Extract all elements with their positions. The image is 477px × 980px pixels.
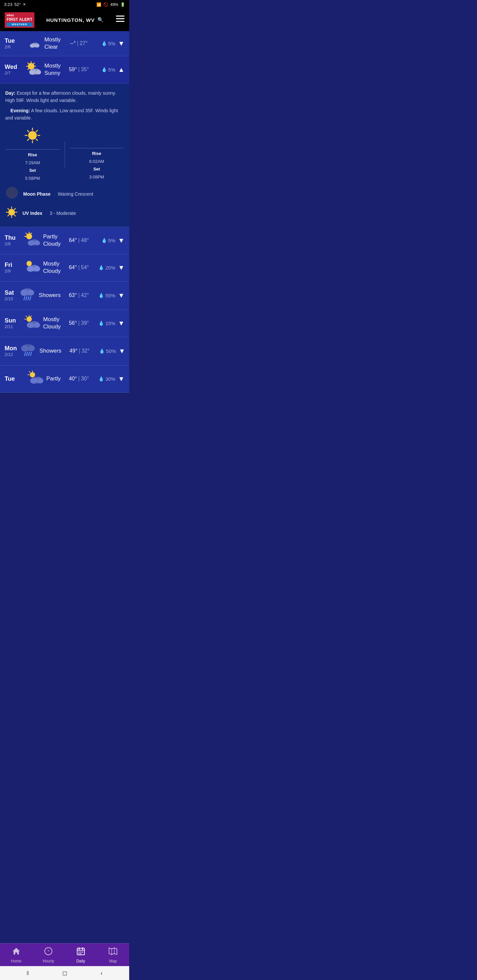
uv-icon [5, 206, 18, 221]
svg-line-59 [26, 316, 27, 317]
forecast-row-2[interactable]: Thu 2/8 PartlyCloudy 64° | 48° 💧 5% [0, 227, 129, 254]
forecast-row-1[interactable]: Wed 2/7 MostlySunny 59° [0, 56, 129, 83]
day-info-3: Fri 2/9 [5, 262, 21, 274]
precip-3: 💧 20% [97, 265, 115, 270]
temps-3: 64° | 54° [61, 264, 97, 270]
chevron-2[interactable]: ▼ [118, 237, 124, 244]
chevron-5[interactable]: ▼ [118, 320, 124, 327]
chevron-1[interactable]: ▲ [118, 66, 124, 73]
svg-rect-1 [116, 18, 124, 19]
svg-line-35 [14, 208, 16, 210]
weather-icon-2 [23, 232, 40, 249]
status-left: 3:23 52° ✕ [4, 2, 26, 7]
moon-phase-icon [5, 186, 19, 202]
svg-line-55 [30, 297, 31, 300]
block-icon: 🚫 [103, 2, 108, 7]
day-info-1: Wed 2/7 [5, 64, 22, 75]
battery-icon: 🔋 [120, 2, 125, 7]
forecast-row-7[interactable]: Tue Partly 40° | 30° 💧 30% ▼ [0, 366, 129, 393]
weather-icon-0 [26, 36, 42, 51]
sun-icon-large [24, 127, 41, 147]
svg-line-40 [26, 233, 27, 234]
svg-point-47 [27, 266, 34, 272]
weather-icon-4 [19, 286, 36, 305]
svg-line-11 [28, 63, 29, 64]
moon-phase-value: Waning Crescent [57, 191, 93, 197]
forecast-row-5[interactable]: Sun 2/11 MostlyCloudy 56° | 39° 💧 15% [0, 310, 129, 337]
search-icon[interactable]: 🔍 [97, 17, 104, 23]
svg-line-14 [28, 68, 29, 70]
precip-0: 💧 5% [97, 41, 115, 46]
uv-index-value: 3 - Moderate [50, 210, 76, 216]
weather-desc-3: MostlyCloudy [43, 260, 61, 275]
chevron-4[interactable]: ▼ [118, 292, 124, 299]
svg-point-5 [35, 44, 40, 47]
svg-point-65 [21, 345, 29, 352]
svg-line-23 [27, 130, 29, 132]
app-logo: wbaz FIRST ALERT WEATHER [5, 12, 34, 28]
svg-line-26 [27, 139, 29, 140]
chevron-3[interactable]: ▼ [118, 264, 124, 272]
weather-icon-1 [24, 61, 42, 78]
chevron-7[interactable]: ▼ [118, 375, 124, 383]
day-name-1: Wed [5, 64, 22, 70]
day-detail-text: Day: Except for a few afternoon clouds, … [5, 89, 124, 104]
status-bar: 3:23 52° ✕ 📶 🚫 49% 🔋 [0, 0, 129, 9]
location-text: HUNTINGTON, WV [46, 17, 95, 23]
moon-phase-row: Moon Phase Waning Crescent [5, 186, 124, 202]
day-date-0: 2/6 [5, 45, 23, 49]
svg-rect-2 [116, 21, 124, 22]
svg-line-41 [30, 233, 32, 234]
chevron-6[interactable]: ▼ [119, 347, 125, 355]
svg-line-53 [26, 297, 27, 300]
wifi-icon: 📶 [96, 2, 101, 7]
logo-weather: WEATHER [6, 22, 32, 27]
precip-5: 💧 15% [97, 320, 115, 326]
status-right: 📶 🚫 49% 🔋 [96, 2, 125, 7]
svg-line-33 [8, 208, 9, 210]
weather-icon-3 [23, 259, 40, 277]
svg-point-56 [27, 317, 32, 322]
svg-point-77 [37, 378, 43, 383]
forecast-row-3[interactable]: Fri 2/9 MostlyCloudy 64° | 54° 💧 20% ▼ [0, 254, 129, 282]
svg-point-16 [29, 70, 36, 75]
svg-point-50 [21, 290, 28, 296]
svg-point-4 [30, 44, 35, 48]
svg-line-52 [24, 297, 25, 300]
evening-detail-text: Evening: A few clouds. Low around 35F. W… [5, 107, 124, 122]
temps-6: 49° | 32° [61, 348, 98, 354]
svg-line-54 [28, 297, 29, 300]
forecast-row-6[interactable]: Mon 2/12 Showers 49° | 32° 💧 50% ▼ [0, 337, 129, 366]
day-name-0: Tue [5, 37, 23, 45]
svg-point-66 [28, 345, 35, 351]
svg-point-28 [8, 209, 15, 216]
svg-point-63 [34, 323, 40, 328]
weather-desc-4: Showers [39, 292, 61, 299]
svg-point-71 [30, 372, 35, 377]
temps-1: 59° | 35° [61, 67, 97, 73]
logo-first-alert: FIRST ALERT [6, 17, 32, 22]
temps-4: 63° | 42° [61, 292, 97, 298]
day-info-5: Sun 2/11 [5, 317, 21, 329]
moon-phase-label: Moon Phase [23, 191, 50, 197]
day-info-0: Tue 2/6 [5, 37, 23, 49]
day-date-1: 2/7 [5, 70, 22, 75]
svg-line-34 [14, 215, 16, 216]
svg-line-24 [36, 139, 37, 140]
forecast-row-0[interactable]: Tue 2/6 MostlyClear --° | 27° 💧 5% ▼ [0, 31, 129, 56]
svg-point-45 [27, 261, 32, 266]
temps-5: 56° | 39° [61, 320, 97, 326]
forecast-row-4[interactable]: Sat 2/10 Showers 63° | 42° 💧 55% ▼ [0, 282, 129, 310]
day-info-7: Tue [5, 375, 24, 382]
menu-button[interactable] [116, 16, 124, 24]
sun-rise-set: Rise 7:29AM Set 5:58PM [25, 151, 40, 182]
uv-index-label: UV Index [22, 210, 42, 216]
day-info-4: Sat 2/10 [5, 290, 16, 301]
battery-pct: 49% [110, 2, 118, 7]
svg-point-76 [30, 378, 37, 384]
weather-desc-5: MostlyCloudy [43, 316, 61, 331]
svg-point-44 [34, 241, 40, 245]
status-time: 3:23 [4, 2, 12, 7]
svg-line-68 [27, 352, 27, 356]
chevron-0[interactable]: ▼ [118, 40, 124, 47]
